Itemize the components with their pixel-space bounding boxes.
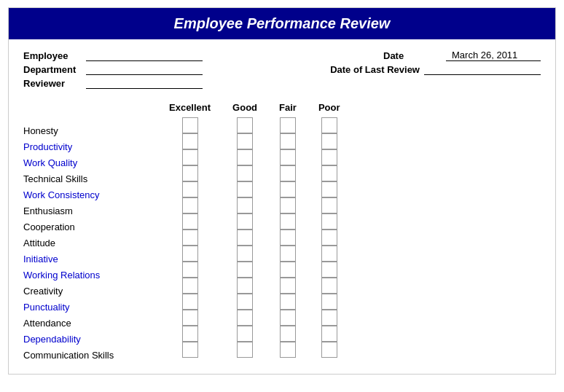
checkbox-good-8[interactable] — [237, 246, 253, 262]
checkbox-good-6[interactable] — [237, 213, 253, 230]
ratings-grid: Excellent Good Fair Poor — [169, 102, 340, 358]
checkbox-excellent-6[interactable] — [182, 213, 198, 230]
criteria-item-10: Creativity — [23, 283, 140, 299]
checkbox-excellent-0[interactable] — [182, 117, 198, 133]
checkbox-good-7[interactable] — [237, 230, 253, 246]
info-right: Date March 26, 2011 Date of Last Review — [330, 50, 541, 89]
criteria-item-2: Work Quality — [23, 154, 140, 170]
checkbox-fair-4[interactable] — [280, 181, 296, 197]
page-header: Employee Performance Review — [9, 8, 555, 39]
checkbox-fair-2[interactable] — [280, 149, 296, 165]
checkbox-fair-8[interactable] — [280, 246, 296, 262]
checkbox-good-12[interactable] — [237, 310, 253, 326]
checkbox-excellent-3[interactable] — [182, 165, 198, 181]
checkbox-good-2[interactable] — [237, 149, 253, 165]
checkbox-excellent-10[interactable] — [182, 278, 198, 294]
checkbox-poor-0[interactable] — [321, 117, 337, 133]
checkbox-poor-14[interactable] — [321, 342, 337, 358]
good-checkboxes — [237, 117, 253, 358]
checkbox-fair-5[interactable] — [280, 197, 296, 213]
checkbox-excellent-1[interactable] — [182, 133, 198, 149]
checkbox-excellent-11[interactable] — [182, 294, 198, 310]
good-col: Good — [232, 102, 257, 358]
date-label: Date — [383, 50, 442, 61]
reviewer-input-line[interactable] — [86, 79, 203, 89]
criteria-item-4: Work Consistency — [23, 187, 140, 203]
last-review-input-line[interactable] — [424, 65, 541, 75]
employee-input-line[interactable] — [86, 51, 203, 61]
checkbox-good-4[interactable] — [237, 181, 253, 197]
good-header: Good — [232, 102, 257, 113]
last-review-label: Date of Last Review — [330, 64, 420, 75]
checkbox-excellent-2[interactable] — [182, 149, 198, 165]
poor-col: Poor — [318, 102, 340, 358]
criteria-item-13: Dependability — [23, 331, 140, 347]
criteria-item-11: Punctuality — [23, 299, 140, 315]
checkbox-poor-6[interactable] — [321, 213, 337, 230]
checkbox-poor-11[interactable] — [321, 294, 337, 310]
criteria-item-0: Honesty — [23, 122, 140, 138]
checkbox-excellent-5[interactable] — [182, 197, 198, 213]
checkbox-fair-0[interactable] — [280, 117, 296, 133]
checkbox-poor-1[interactable] — [321, 133, 337, 149]
checkbox-excellent-4[interactable] — [182, 181, 198, 197]
criteria-item-9: Working Relations — [23, 267, 140, 283]
checkbox-fair-10[interactable] — [280, 278, 296, 294]
checkbox-good-5[interactable] — [237, 197, 253, 213]
criteria-list: HonestyProductivityWork QualityTechnical… — [23, 102, 140, 363]
checkbox-poor-8[interactable] — [321, 246, 337, 262]
date-input-line[interactable]: March 26, 2011 — [446, 51, 541, 61]
checkbox-fair-3[interactable] — [280, 165, 296, 181]
checkbox-good-1[interactable] — [237, 133, 253, 149]
excellent-col: Excellent — [169, 102, 211, 358]
checkbox-fair-13[interactable] — [280, 326, 296, 342]
checkbox-fair-11[interactable] — [280, 294, 296, 310]
employee-label: Employee — [23, 50, 82, 61]
checkbox-good-0[interactable] — [237, 117, 253, 133]
checkbox-poor-12[interactable] — [321, 310, 337, 326]
criteria-item-3: Technical Skills — [23, 170, 140, 187]
criteria-item-5: Enthusiasm — [23, 203, 140, 219]
checkbox-poor-2[interactable] — [321, 149, 337, 165]
checkbox-poor-10[interactable] — [321, 278, 337, 294]
employee-row: Employee — [23, 50, 203, 61]
criteria-item-6: Cooperation — [23, 219, 140, 235]
checkbox-excellent-8[interactable] — [182, 246, 198, 262]
checkbox-fair-9[interactable] — [280, 262, 296, 278]
checkbox-fair-14[interactable] — [280, 342, 296, 358]
poor-checkboxes — [321, 117, 337, 358]
checkbox-fair-1[interactable] — [280, 133, 296, 149]
criteria-item-1: Productivity — [23, 138, 140, 154]
checkbox-poor-9[interactable] — [321, 262, 337, 278]
department-label: Department — [23, 64, 82, 75]
checkbox-good-13[interactable] — [237, 326, 253, 342]
checkbox-good-14[interactable] — [237, 342, 253, 358]
checkbox-good-10[interactable] — [237, 278, 253, 294]
checkbox-poor-3[interactable] — [321, 165, 337, 181]
checkbox-excellent-13[interactable] — [182, 326, 198, 342]
checkbox-excellent-7[interactable] — [182, 230, 198, 246]
checkbox-poor-7[interactable] — [321, 230, 337, 246]
checkbox-excellent-9[interactable] — [182, 262, 198, 278]
info-left: Employee Department Reviewer — [23, 50, 203, 89]
checkbox-poor-13[interactable] — [321, 326, 337, 342]
date-value: March 26, 2011 — [449, 50, 517, 60]
checkbox-fair-12[interactable] — [280, 310, 296, 326]
department-input-line[interactable] — [86, 65, 203, 75]
criteria-item-14: Communication Skills — [23, 347, 140, 363]
page-container: Employee Performance Review Employee Dep… — [8, 7, 556, 375]
checkbox-fair-6[interactable] — [280, 213, 296, 230]
checkbox-fair-7[interactable] — [280, 230, 296, 246]
checkbox-good-3[interactable] — [237, 165, 253, 181]
excellent-checkboxes — [182, 117, 198, 358]
checkbox-poor-4[interactable] — [321, 181, 337, 197]
checkbox-good-11[interactable] — [237, 294, 253, 310]
checkbox-excellent-14[interactable] — [182, 342, 198, 358]
criteria-item-12: Attendance — [23, 315, 140, 331]
criteria-item-8: Initiative — [23, 251, 140, 267]
checkbox-poor-5[interactable] — [321, 197, 337, 213]
poor-header: Poor — [318, 102, 340, 113]
date-row: Date March 26, 2011 — [330, 50, 541, 61]
checkbox-good-9[interactable] — [237, 262, 253, 278]
checkbox-excellent-12[interactable] — [182, 310, 198, 326]
